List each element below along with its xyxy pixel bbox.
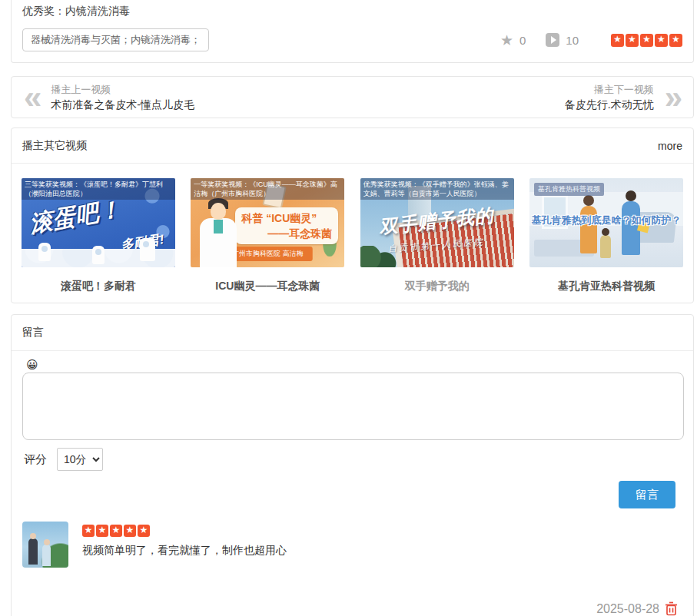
thumbnail-overlay-text: 三等奖获奖视频：《滚蛋吧！多耐君》丁慧利（濮阳油田总医院） bbox=[22, 178, 175, 200]
rating-star-icon bbox=[110, 525, 122, 537]
video-thumbnail[interactable]: 三等奖获奖视频：《滚蛋吧！多耐君》丁慧利（濮阳油田总医院） 滚蛋吧！ 多耐君! bbox=[22, 178, 175, 267]
emoji-picker-icon[interactable]: 😀 bbox=[26, 359, 38, 370]
next-video-label: 播主下一视频 bbox=[565, 83, 654, 97]
comment-date: 2025-08-28 bbox=[596, 602, 659, 616]
video-thumbnail[interactable]: 一等奖获奖视频：《ICU幽灵——耳念珠菌》高洁梅（广州市胸科医院） 科普 “IC… bbox=[191, 178, 344, 267]
more-link[interactable]: more bbox=[658, 140, 682, 152]
thumbnail-art-subtext: ——耳念珠菌 bbox=[241, 227, 332, 241]
video-tags[interactable]: 器械清洗消毒与灭菌；内镜清洗消毒； bbox=[22, 28, 209, 51]
rating-star-icon bbox=[626, 34, 639, 47]
rating-star-icon bbox=[669, 34, 682, 47]
other-videos-card: 播主其它视频 more 三等奖获奖视频：《滚蛋吧！多耐君》丁慧利（濮阳油田总医院… bbox=[11, 128, 694, 303]
other-videos-title: 播主其它视频 bbox=[22, 139, 87, 153]
video-thumbnail[interactable]: 基孔肯雅热科普视频 基孔肯雅热到底是啥？如何防护？ bbox=[529, 178, 683, 267]
video-card-chikungunya[interactable]: 基孔肯雅热科普视频 基孔肯雅热到底是啥？如何防护？ 基孔肯亚热科普视频 bbox=[529, 178, 683, 293]
video-title[interactable]: 滚蛋吧！多耐君 bbox=[22, 280, 175, 293]
submit-comment-button[interactable]: 留言 bbox=[619, 481, 675, 508]
comment-input[interactable] bbox=[22, 373, 684, 440]
video-card-hands[interactable]: 优秀奖获奖视频：《双手赠予我的》张钰涵、姜文娟、曹莉等（自贡市第一人民医院） 双… bbox=[360, 178, 514, 293]
video-info-card: 优秀奖：内镜清洗消毒 器械清洗消毒与灭菌；内镜清洗消毒； ★ 0 10 bbox=[11, 0, 694, 63]
figure-art bbox=[140, 238, 155, 261]
thumbnail-art-text: 滚蛋吧！ bbox=[27, 194, 123, 240]
rating-star-icon bbox=[124, 525, 136, 537]
rating-star-icon bbox=[655, 34, 668, 47]
thumbnail-badge: 基孔肯雅热科普视频 bbox=[534, 183, 604, 196]
comment-text: 视频简单明了，看完就懂了，制作也超用心 bbox=[82, 544, 287, 558]
video-stats: ★ 0 10 bbox=[500, 33, 682, 48]
video-title[interactable]: 双手赠予我的 bbox=[360, 280, 514, 293]
thumbnail-art-text: 基孔肯雅热到底是啥？如何防护？ bbox=[529, 214, 683, 227]
comment-row: 视频简单明了，看完就懂了，制作也超用心 bbox=[22, 522, 682, 568]
thumbnail-text-panel: 科普 “ICU幽灵” ——耳念珠菌 bbox=[235, 207, 338, 244]
prev-video-label: 播主上一视频 bbox=[51, 83, 194, 97]
doctor-art bbox=[211, 203, 226, 220]
comments-card: 留言 😀 评分 10分 留言 视频简单明了，看完就懂了，制作也超用心 2025-… bbox=[11, 314, 694, 616]
rating-star-icon bbox=[611, 34, 624, 47]
rating-label: 评分 bbox=[24, 452, 47, 467]
award-title: 优秀奖：内镜清洗消毒 bbox=[22, 5, 682, 18]
favorite-count: 0 bbox=[519, 34, 526, 47]
video-title[interactable]: 基孔肯亚热科普视频 bbox=[529, 280, 683, 293]
rating-star-icon bbox=[640, 34, 653, 47]
prev-video-title: 术前准备之备皮术-懂点儿皮毛 bbox=[51, 98, 194, 112]
video-card-duonai[interactable]: 三等奖获奖视频：《滚蛋吧！多耐君》丁慧利（濮阳油田总医院） 滚蛋吧！ 多耐君! … bbox=[22, 178, 175, 293]
figure-art bbox=[38, 243, 51, 261]
avatar-figure bbox=[42, 545, 51, 566]
play-count: 10 bbox=[566, 34, 579, 47]
delete-comment-icon[interactable] bbox=[665, 601, 678, 616]
thumbnail-overlay-text: 优秀奖获奖视频：《双手赠予我的》张钰涵、姜文娟、曹莉等（自贡市第一人民医院） bbox=[360, 178, 514, 200]
video-nav-card: « 播主上一视频 术前准备之备皮术-懂点儿皮毛 播主下一视频 备皮先行.术动无忧… bbox=[11, 76, 694, 118]
video-title[interactable]: ICU幽灵——耳念珠菌 bbox=[191, 280, 344, 293]
prev-video-link[interactable]: « 播主上一视频 术前准备之备皮术-懂点儿皮毛 bbox=[24, 82, 194, 113]
video-thumbnail[interactable]: 优秀奖获奖视频：《双手赠予我的》张钰涵、姜文娟、曹莉等（自贡市第一人民医院） 双… bbox=[360, 178, 514, 267]
play-count-icon bbox=[546, 33, 559, 47]
figure-art bbox=[92, 246, 105, 264]
avatar-figure bbox=[28, 538, 38, 565]
favorite-star-icon[interactable]: ★ bbox=[500, 33, 513, 48]
rating-stars bbox=[611, 34, 682, 47]
next-video-title: 备皮先行.术动无忧 bbox=[565, 98, 654, 112]
thumbnail-overlay-text: 一等奖获奖视频：《ICU幽灵——耳念珠菌》高洁梅（广州市胸科医院） bbox=[191, 178, 344, 200]
rating-star-icon bbox=[138, 525, 150, 537]
next-video-link[interactable]: 播主下一视频 备皮先行.术动无忧 » bbox=[565, 82, 681, 113]
figure-art bbox=[600, 235, 611, 258]
doctor-art bbox=[214, 220, 223, 233]
comments-title: 留言 bbox=[12, 315, 693, 351]
rating-star-icon bbox=[82, 525, 95, 537]
prev-chevron-icon: « bbox=[24, 82, 40, 113]
rating-select[interactable]: 10分 bbox=[57, 448, 103, 471]
avatar bbox=[22, 522, 68, 568]
thumbnail-art-text: 科普 “ICU幽灵” bbox=[241, 212, 332, 226]
comment-rating-stars bbox=[82, 525, 287, 537]
rating-star-icon bbox=[96, 525, 108, 537]
next-chevron-icon: » bbox=[665, 82, 681, 113]
video-card-icu[interactable]: 一等奖获奖视频：《ICU幽灵——耳念珠菌》高洁梅（广州市胸科医院） 科普 “IC… bbox=[191, 178, 344, 293]
